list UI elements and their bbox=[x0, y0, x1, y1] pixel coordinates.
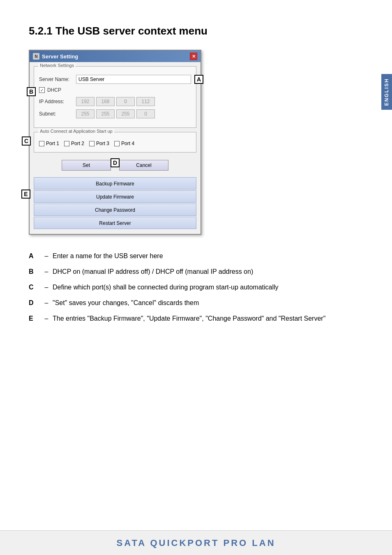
ip-part-1[interactable] bbox=[76, 97, 95, 106]
ip-address-label: IP Address: bbox=[39, 99, 76, 104]
ip-address-inputs bbox=[76, 97, 191, 106]
subnet-part-2[interactable] bbox=[96, 109, 115, 118]
desc-item-d: D – "Set" saves your changes, "Cancel" d… bbox=[29, 298, 363, 308]
port-4-label: Port 4 bbox=[121, 141, 134, 146]
dhcp-label: DHCP bbox=[47, 87, 61, 93]
desc-item-e: E – The entries "Backup Firmware", "Upda… bbox=[29, 314, 363, 324]
footer-text: SATA QUICKPORT PRO LAN bbox=[116, 538, 275, 548]
server-name-input[interactable] bbox=[76, 75, 191, 84]
auto-connect-group: Auto Connect at Application Start up C P… bbox=[34, 132, 196, 153]
desc-item-c: C – Define which port(s) shall be connec… bbox=[29, 282, 363, 292]
desc-text-e: The entries "Backup Firmware", "Update F… bbox=[53, 314, 363, 324]
desc-item-b: B – DHCP on (manual IP address off) / DH… bbox=[29, 267, 363, 277]
dialog-title: Server Setting bbox=[42, 53, 78, 60]
network-settings-group: Network Settings Server Name: A B bbox=[34, 66, 196, 128]
restart-server-button[interactable]: Restart Server bbox=[34, 217, 196, 229]
port-1-item: Port 1 bbox=[39, 141, 59, 146]
desc-letter-d: D bbox=[29, 298, 40, 308]
server-name-label: Server Name: bbox=[39, 76, 76, 82]
desc-letter-c: C bbox=[29, 282, 40, 292]
desc-letter-b: B bbox=[29, 267, 40, 277]
description-list: A – Enter a name for the USB server here… bbox=[29, 251, 363, 324]
port-3-label: Port 3 bbox=[96, 141, 109, 146]
footer: SATA QUICKPORT PRO LAN bbox=[0, 530, 392, 555]
port-2-item: Port 2 bbox=[64, 141, 84, 146]
menu-buttons-section: E Backup Firmware Update Firmware Change… bbox=[34, 177, 196, 229]
ip-part-3[interactable] bbox=[116, 97, 135, 106]
dialog-close-button[interactable]: ✕ bbox=[190, 53, 197, 60]
annotation-c-badge: C bbox=[22, 136, 31, 146]
desc-text-d: "Set" saves your changes, "Cancel" disca… bbox=[53, 298, 363, 308]
port-1-checkbox[interactable] bbox=[39, 141, 44, 146]
port-1-label: Port 1 bbox=[46, 141, 59, 146]
desc-text-a: Enter a name for the USB server here bbox=[53, 251, 363, 261]
port-4-checkbox[interactable] bbox=[114, 141, 120, 146]
annotation-e-badge: E bbox=[21, 190, 30, 199]
ip-part-4[interactable] bbox=[136, 97, 155, 106]
ip-part-2[interactable] bbox=[96, 97, 115, 106]
backup-firmware-button[interactable]: Backup Firmware bbox=[34, 177, 196, 190]
server-setting-dialog: N Server Setting ✕ Network Settings Serv… bbox=[29, 50, 201, 235]
subnet-part-4[interactable] bbox=[136, 109, 155, 118]
network-settings-label: Network Settings bbox=[38, 63, 76, 68]
section-title: 5.2.1 The USB server context menu bbox=[29, 25, 363, 37]
desc-letter-e: E bbox=[29, 314, 40, 324]
dialog-app-icon: N bbox=[33, 53, 39, 60]
auto-connect-label: Auto Connect at Application Start up bbox=[38, 129, 114, 134]
port-3-checkbox[interactable] bbox=[89, 141, 95, 146]
dialog-titlebar: N Server Setting ✕ bbox=[30, 51, 201, 62]
desc-letter-a: A bbox=[29, 251, 40, 261]
subnet-part-1[interactable] bbox=[76, 109, 95, 118]
set-button[interactable]: Set bbox=[62, 160, 111, 171]
port-2-label: Port 2 bbox=[71, 141, 84, 146]
update-firmware-button[interactable]: Update Firmware bbox=[34, 190, 196, 203]
dhcp-checkbox[interactable] bbox=[39, 87, 45, 93]
side-tab: ENGLISH bbox=[381, 74, 392, 110]
desc-item-a: A – Enter a name for the USB server here bbox=[29, 251, 363, 261]
subnet-label: Subnet: bbox=[39, 111, 76, 117]
annotation-d-badge: D bbox=[111, 158, 120, 167]
desc-text-c: Define which port(s) shall be connected … bbox=[53, 282, 363, 292]
annotation-b-badge: B bbox=[27, 87, 36, 96]
cancel-button[interactable]: Cancel bbox=[119, 160, 168, 171]
subnet-part-3[interactable] bbox=[116, 109, 135, 118]
desc-text-b: DHCP on (manual IP address off) / DHCP o… bbox=[53, 267, 363, 277]
subnet-inputs bbox=[76, 109, 191, 118]
port-3-item: Port 3 bbox=[89, 141, 109, 146]
port-2-checkbox[interactable] bbox=[64, 141, 69, 146]
change-password-button[interactable]: Change Password bbox=[34, 204, 196, 216]
side-tab-text: ENGLISH bbox=[384, 78, 390, 106]
port-4-item: Port 4 bbox=[114, 141, 134, 146]
annotation-a-badge: A bbox=[194, 75, 203, 84]
